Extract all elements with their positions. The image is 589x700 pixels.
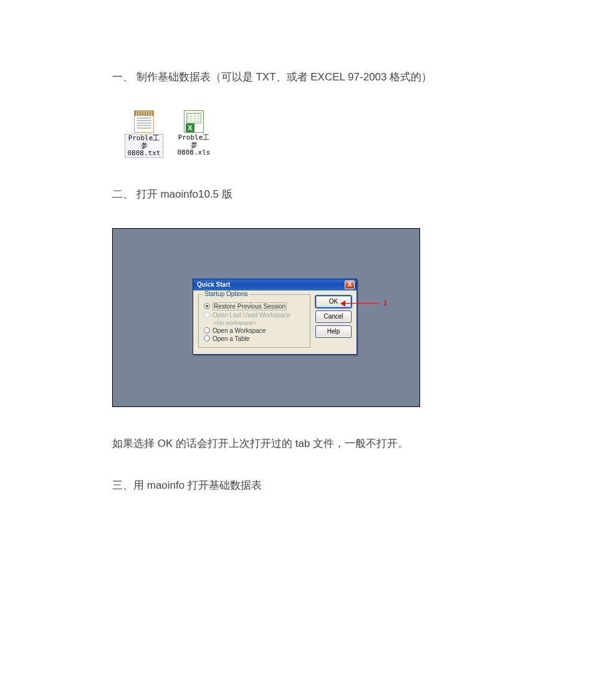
dialog-title: Quick Start [197,281,230,288]
section-3-heading: 三、用 maoinfo 打开基础数据表 [112,477,477,494]
dialog-button-column: OK Cancel Help [315,294,352,348]
quick-start-dialog: Quick Start X Startup Options Restore Pr… [193,279,357,355]
radio-table-label: Open a Table [213,335,249,342]
radio-icon [204,327,210,333]
radio-icon [204,312,210,318]
document-page: 一、 制作基础数据表（可以是 TXT、或者 EXCEL 97-2003 格式的）… [0,0,589,556]
radio-workspace-label: Open a Workspace [213,327,266,334]
radio-open-last-sub: <No workspace> [204,320,305,326]
file-txt-name-line1: Proble工参 [128,134,160,150]
radio-open-table[interactable]: Open a Table [204,335,305,342]
dialog-body: Startup Options Restore Previous Session… [193,290,357,354]
app-screenshot: Quick Start X Startup Options Restore Pr… [112,228,420,407]
dialog-titlebar[interactable]: Quick Start X [193,279,357,290]
close-icon: X [348,281,352,288]
radio-restore-previous[interactable]: Restore Previous Session [204,302,305,310]
close-button[interactable]: X [345,280,355,289]
section-2-heading: 二、 打开 maoinfo10.5 版 [112,186,477,203]
cancel-button[interactable]: Cancel [315,310,352,323]
file-xls-name-line2: 0808.xls [178,148,211,156]
note-text: 如果选择 OK 的话会打开上次打开过的 tab 文件，一般不打开。 [112,435,477,452]
notepad-file-icon [134,110,154,133]
radio-icon [204,303,210,309]
excel-file-icon [184,110,204,133]
annotation-arrow-icon [340,300,345,307]
help-button[interactable]: Help [315,325,352,338]
file-txt-name-line2: 0808.txt [128,149,161,157]
file-xls[interactable]: Proble工参 0808.xls [175,110,213,158]
radio-last-label: Open Last Used Workspace [213,312,290,319]
radio-last-sub-label: <No workspace> [214,320,256,326]
file-icons-row: Proble工参 0808.txt Proble工参 0808.xls [125,110,477,158]
annotation-label: 1 [383,298,388,308]
file-xls-name-line1: Proble工参 [178,133,210,149]
section-1-heading: 一、 制作基础数据表（可以是 TXT、或者 EXCEL 97-2003 格式的） [112,69,477,85]
file-txt[interactable]: Proble工参 0808.txt [125,110,163,158]
annotation-arrow-shaft [344,303,379,304]
radio-icon [204,335,210,342]
radio-open-workspace[interactable]: Open a Workspace [204,327,305,334]
radio-restore-label: Restore Previous Session [213,302,287,310]
ok-button[interactable]: OK [315,295,352,308]
startup-options-group: Startup Options Restore Previous Session… [198,294,310,348]
groupbox-title: Startup Options [203,290,249,297]
radio-open-last-workspace: Open Last Used Workspace [204,312,305,319]
